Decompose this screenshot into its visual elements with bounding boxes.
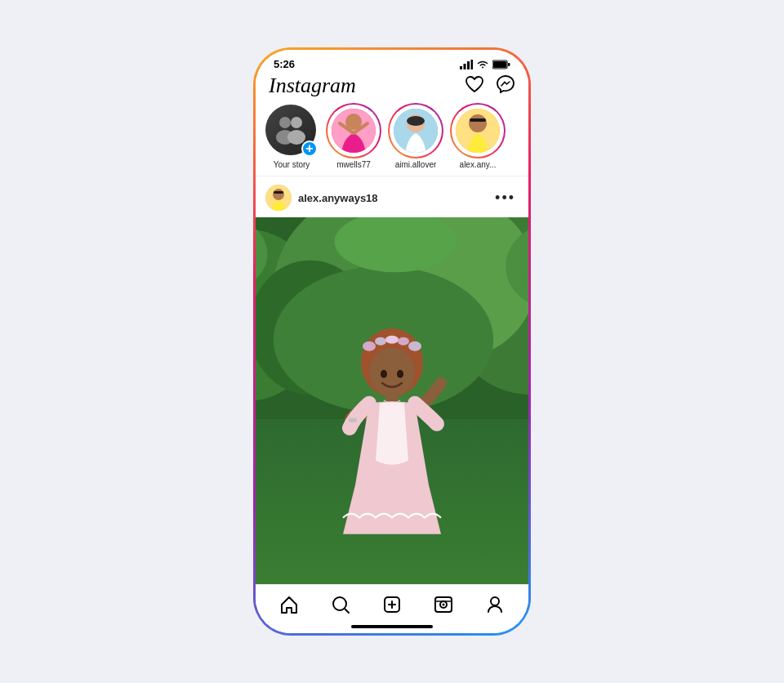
svg-rect-2 — [467, 61, 470, 69]
story-item-alex[interactable]: alex.any... — [448, 105, 507, 169]
post-image — [256, 217, 528, 584]
nav-search-button[interactable] — [324, 591, 357, 620]
nav-profile-button[interactable] — [479, 591, 511, 620]
svg-point-7 — [279, 117, 291, 128]
header-actions — [465, 74, 515, 97]
post-more-button[interactable]: ••• — [492, 190, 519, 207]
svg-point-53 — [442, 604, 444, 606]
post-avatar — [265, 185, 292, 211]
home-indicator — [351, 625, 433, 628]
search-icon — [331, 595, 350, 614]
profile-icon — [485, 595, 505, 614]
story-item-mwells77[interactable]: mwells77 — [324, 105, 383, 169]
svg-rect-1 — [464, 64, 466, 69]
svg-point-40 — [369, 348, 415, 397]
svg-rect-20 — [470, 118, 486, 122]
story-label-your-story: Your story — [274, 160, 310, 169]
svg-rect-0 — [460, 66, 462, 69]
svg-point-19 — [469, 114, 487, 132]
svg-rect-45 — [349, 418, 357, 422]
nav-home-button[interactable] — [273, 591, 305, 620]
svg-point-9 — [291, 117, 302, 128]
post-header: alex.anyways18 ••• — [256, 178, 528, 217]
svg-point-35 — [363, 342, 376, 351]
home-icon — [279, 595, 299, 614]
svg-point-42 — [397, 370, 403, 378]
story-label-alex: alex.any... — [460, 160, 497, 169]
svg-point-39 — [408, 342, 421, 351]
messenger-icon — [496, 74, 515, 94]
bottom-nav — [256, 584, 528, 633]
svg-rect-3 — [471, 60, 474, 69]
nav-create-button[interactable] — [376, 591, 408, 620]
svg-point-55 — [491, 597, 499, 605]
wifi-icon — [476, 60, 489, 69]
story-item-your-story[interactable]: + Your story — [262, 105, 321, 169]
status-time: 5:26 — [274, 58, 295, 70]
battery-icon — [492, 60, 510, 69]
svg-rect-23 — [274, 191, 283, 194]
more-dots-icon: ••• — [495, 190, 515, 206]
nav-reels-button[interactable] — [427, 591, 460, 620]
story-label-mwells77: mwells77 — [336, 160, 371, 169]
svg-point-36 — [375, 337, 386, 346]
post-username: alex.anyways18 — [298, 192, 378, 204]
svg-rect-6 — [508, 63, 510, 66]
status-bar: 5:26 — [256, 50, 528, 72]
phone-frame: 5:26 — [256, 50, 528, 633]
stories-row: + Your story — [256, 103, 528, 176]
signal-icon — [460, 60, 473, 69]
divider — [256, 176, 528, 176]
post-user-info[interactable]: alex.anyways18 — [265, 185, 378, 211]
status-icons — [460, 60, 510, 69]
top-nav: Instagram — [256, 72, 528, 103]
post-person — [310, 272, 474, 584]
svg-point-17 — [407, 116, 425, 126]
reels-icon — [434, 595, 453, 614]
messenger-button[interactable] — [496, 74, 515, 97]
story-item-aimi-allover[interactable]: aimi.allover — [386, 105, 445, 169]
create-icon — [382, 595, 402, 614]
add-story-badge: + — [301, 141, 318, 157]
svg-point-37 — [385, 336, 399, 344]
heart-icon — [465, 75, 484, 93]
svg-point-22 — [273, 189, 284, 200]
svg-line-47 — [345, 609, 349, 613]
instagram-logo: Instagram — [269, 74, 356, 98]
svg-point-41 — [381, 370, 387, 378]
story-label-aimi-allover: aimi.allover — [395, 160, 437, 169]
svg-point-38 — [398, 337, 409, 346]
svg-rect-5 — [493, 61, 506, 68]
heart-button[interactable] — [465, 75, 484, 96]
